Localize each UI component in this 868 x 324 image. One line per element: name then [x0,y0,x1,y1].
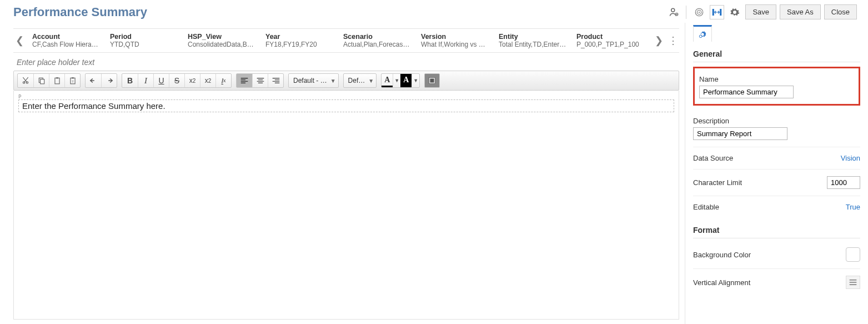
superscript-button[interactable]: x2 [200,74,215,87]
description-block: Description [693,109,860,147]
valign-button[interactable] [846,276,860,289]
svg-rect-11 [40,79,44,84]
align-center-button[interactable] [252,74,268,87]
dim-account[interactable]: Account CF,Cash Flow Hiera… [28,32,106,49]
dim-overflow-menu[interactable]: ⋮ [667,34,679,47]
svg-rect-15 [72,77,74,78]
target-icon[interactable] [692,5,706,19]
general-tab[interactable] [693,25,712,42]
user-help-icon[interactable]: ? [668,6,680,18]
underline-button[interactable]: U [153,74,169,87]
bgcolor-label: Background Color [693,251,751,259]
dim-hspview[interactable]: HSP_View ConsolidatedData,B… [183,32,261,49]
text-color-caret[interactable]: ▼ [393,74,400,87]
header: Performance Summary ? Save Save As Close [0,0,868,23]
dim-scenario[interactable]: Scenario Actual,Plan,Forecas… [339,32,417,49]
save-button[interactable]: Save [745,4,776,19]
insert-object-button[interactable] [424,73,440,88]
bold-button[interactable]: B [122,74,138,87]
paste-special-icon[interactable]: T [64,74,80,87]
align-left-button[interactable] [237,74,252,87]
valign-row: Vertical Alignment [693,268,860,296]
bgcolor-row: Background Color [693,241,860,268]
dim-product[interactable]: Product P_000,P_TP1,P_100 [572,32,650,49]
align-right-button[interactable] [268,74,283,87]
dim-period[interactable]: Period YTD,QTD [106,32,183,49]
svg-point-5 [699,11,700,12]
name-input[interactable] [699,86,794,98]
dim-scroll-left[interactable]: ❮ [13,31,26,50]
main-area: ❮ Account CF,Cash Flow Hiera… Period YTD… [13,23,685,324]
page-title: Performance Summary [13,5,147,19]
editor-content[interactable]: Enter the Performance Summary here. [18,99,674,112]
font-size-select[interactable]: Def…▼ [343,73,377,88]
datasource-row: Data Source Vision [693,147,860,169]
close-button[interactable]: Close [824,4,857,19]
separator [686,6,686,19]
svg-point-19 [699,35,702,38]
datasource-label: Data Source [693,154,733,162]
dimension-bar: ❮ Account CF,Cash Flow Hiera… Period YTD… [13,28,679,53]
name-label: Name [699,75,854,83]
placeholder-row [13,53,679,71]
fit-width-icon[interactable] [710,5,724,19]
save-as-button[interactable]: Save As [780,4,821,19]
app-root: Performance Summary ? Save Save As Close [0,0,868,324]
charlimit-input[interactable] [827,176,860,189]
side-tabs [693,25,860,42]
strikethrough-button[interactable]: S [169,74,184,87]
description-input[interactable] [693,127,787,140]
editable-label: Editable [693,203,719,211]
editor-toolbar: T B I U S x2 x2 [13,71,679,91]
dim-version[interactable]: Version What If,Working vs … [417,32,494,49]
datasource-value[interactable]: Vision [841,154,860,162]
undo-icon[interactable] [86,74,101,87]
bg-color-button[interactable]: A [400,74,412,87]
clear-format-button[interactable]: Ix [215,74,231,87]
rich-text-editor[interactable]: P Enter the Performance Summary here. [13,91,679,320]
name-highlight: Name [693,67,860,106]
editor-element-tag: P [18,94,674,99]
dim-scroll-right[interactable]: ❯ [653,31,665,50]
svg-rect-18 [430,79,434,83]
editable-value[interactable]: True [846,203,860,211]
editable-row: Editable True [693,196,860,218]
section-format-title: Format [693,226,860,235]
description-label: Description [693,117,860,125]
charlimit-label: Character Limit [693,178,742,187]
redo-icon[interactable] [101,74,117,87]
header-actions: ? Save Save As Close [668,4,857,19]
font-family-select[interactable]: Default - …▼ [288,73,339,88]
svg-rect-12 [54,78,59,84]
dim-entity[interactable]: Entity Total Entity,TD,Enter… [494,32,572,49]
bg-color-caret[interactable]: ▼ [412,74,419,87]
placeholder-text-input[interactable] [16,57,677,67]
gear-icon[interactable] [727,5,742,19]
paste-icon[interactable] [49,74,64,87]
svg-text:T: T [72,80,74,83]
subscript-button[interactable]: x2 [184,74,200,87]
svg-rect-13 [56,77,58,78]
bgcolor-swatch[interactable] [846,247,860,262]
dim-year[interactable]: Year FY18,FY19,FY20 [261,32,339,49]
svg-rect-7 [720,9,722,16]
text-color-button[interactable]: A [382,74,393,87]
svg-point-0 [671,8,675,12]
svg-rect-6 [713,9,714,16]
charlimit-row: Character Limit [693,169,860,196]
valign-label: Vertical Alignment [693,278,750,287]
italic-button[interactable]: I [138,74,153,87]
cut-icon[interactable] [18,74,33,87]
copy-icon[interactable] [33,74,49,87]
section-general-title: General [693,49,860,58]
properties-panel: General Name Description Data Source Vis… [685,23,868,324]
